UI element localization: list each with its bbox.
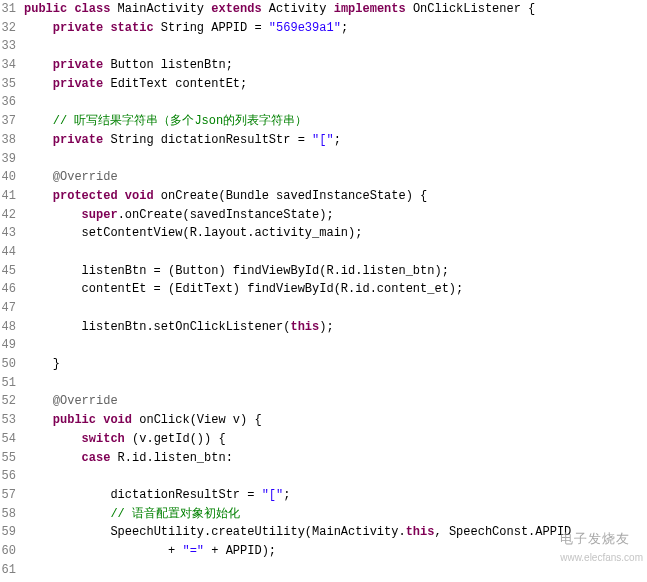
code-line-52[interactable]: @Override (24, 392, 647, 411)
line-num: 48 (0, 318, 16, 337)
line-num: 46 (0, 280, 16, 299)
code-line-47[interactable] (24, 299, 647, 318)
code-line-39[interactable] (24, 150, 647, 169)
line-num: 50 (0, 355, 16, 374)
code-line-55[interactable]: case R.id.listen_btn: (24, 449, 647, 468)
code-line-46[interactable]: contentEt = (EditText) findViewById(R.id… (24, 280, 647, 299)
line-num: 42 (0, 206, 16, 225)
code-line-35[interactable]: private EditText contentEt; (24, 75, 647, 94)
code-line-34[interactable]: private Button listenBtn; (24, 56, 647, 75)
code-line-51[interactable] (24, 374, 647, 393)
line-num: 31 (0, 0, 16, 19)
line-num: 55 (0, 449, 16, 468)
line-num: 41 (0, 187, 16, 206)
code-line-49[interactable] (24, 336, 647, 355)
code-line-44[interactable] (24, 243, 647, 262)
code-line-31[interactable]: public class MainActivity extends Activi… (24, 0, 647, 19)
line-num: 32 (0, 19, 16, 38)
line-num: 35 (0, 75, 16, 94)
line-num: 57 (0, 486, 16, 505)
line-num: 36 (0, 93, 16, 112)
code-line-54[interactable]: switch (v.getId()) { (24, 430, 647, 449)
line-num: 37 (0, 112, 16, 131)
line-num: 51 (0, 374, 16, 393)
code-line-50[interactable]: } (24, 355, 647, 374)
line-num: 34 (0, 56, 16, 75)
code-line-59[interactable]: SpeechUtility.createUtility(MainActivity… (24, 523, 647, 542)
code-line-57[interactable]: dictationResultStr = "["; (24, 486, 647, 505)
code-line-43[interactable]: setContentView(R.layout.activity_main); (24, 224, 647, 243)
line-num: 44 (0, 243, 16, 262)
line-num: 38 (0, 131, 16, 150)
code-line-56[interactable] (24, 467, 647, 486)
code-line-38[interactable]: private String dictationResultStr = "["; (24, 131, 647, 150)
line-num: 45 (0, 262, 16, 281)
code-line-60[interactable]: + "=" + APPID); (24, 542, 647, 561)
code-line-58[interactable]: // 语音配置对象初始化 (24, 505, 647, 524)
code-line-45[interactable]: listenBtn = (Button) findViewById(R.id.l… (24, 262, 647, 281)
line-num: 49 (0, 336, 16, 355)
code-line-41[interactable]: protected void onCreate(Bundle savedInst… (24, 187, 647, 206)
line-num: 33 (0, 37, 16, 56)
code-line-33[interactable] (24, 37, 647, 56)
line-num: 60 (0, 542, 16, 561)
line-number-gutter: 31 32 33 34 35 36 37 38 39 40 41 42 43 4… (0, 0, 20, 582)
line-num: 59 (0, 523, 16, 542)
line-num: 47 (0, 299, 16, 318)
code-line-37[interactable]: // 听写结果字符串（多个Json的列表字符串） (24, 112, 647, 131)
line-num: 61 (0, 561, 16, 580)
line-num: 43 (0, 224, 16, 243)
code-line-53[interactable]: public void onClick(View v) { (24, 411, 647, 430)
line-num: 58 (0, 505, 16, 524)
code-line-42[interactable]: super.onCreate(savedInstanceState); (24, 206, 647, 225)
code-area[interactable]: public class MainActivity extends Activi… (20, 0, 647, 582)
line-num: 52 (0, 392, 16, 411)
line-num: 39 (0, 150, 16, 169)
code-line-40[interactable]: @Override (24, 168, 647, 187)
line-num: 54 (0, 430, 16, 449)
code-line-48[interactable]: listenBtn.setOnClickListener(this); (24, 318, 647, 337)
line-num: 56 (0, 467, 16, 486)
line-num: 40 (0, 168, 16, 187)
code-line-36[interactable] (24, 93, 647, 112)
code-line-61[interactable] (24, 561, 647, 580)
line-num: 53 (0, 411, 16, 430)
code-line-32[interactable]: private static String APPID = "569e39a1"… (24, 19, 647, 38)
code-editor[interactable]: 31 32 33 34 35 36 37 38 39 40 41 42 43 4… (0, 0, 647, 582)
